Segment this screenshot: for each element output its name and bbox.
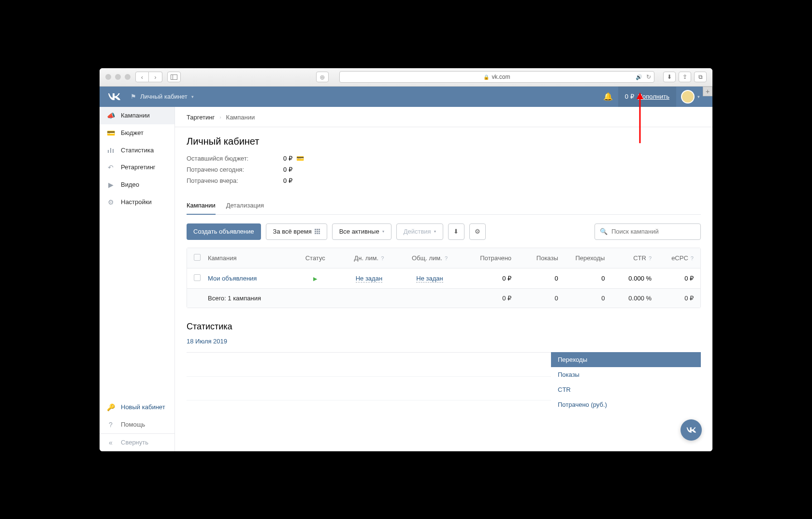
cell-ecpc: 0 ₽ <box>652 275 694 282</box>
download-icon: ⬇ <box>453 228 459 235</box>
help-icon: ? <box>689 255 694 261</box>
privacy-shield-button[interactable]: ◎ <box>316 72 329 82</box>
sidebar-item-settings[interactable]: ⚙ Настройки <box>100 193 174 211</box>
page-title: Личный кабинет <box>187 136 701 147</box>
svg-rect-3 <box>110 148 111 153</box>
search-input[interactable] <box>611 228 696 235</box>
url-text: vk.com <box>492 74 510 80</box>
daily-limit-link[interactable]: Не задан <box>356 275 382 282</box>
wallet-icon: 💳 <box>106 129 115 137</box>
sidebar-help[interactable]: ? Помощь <box>100 416 174 433</box>
back-button[interactable]: ‹ <box>135 72 149 82</box>
legend-clicks[interactable]: Переходы <box>551 352 701 367</box>
sidebar-item-budget[interactable]: 💳 Бюджет <box>100 124 174 142</box>
gear-icon: ⚙ <box>106 198 115 206</box>
cell-spent: 0 ₽ <box>460 275 511 282</box>
chart-icon <box>106 147 115 153</box>
legend-impressions[interactable]: Показы <box>551 367 701 382</box>
profile-menu[interactable]: ▾ <box>676 87 705 107</box>
status-filter[interactable]: Все активные ▾ <box>332 223 392 240</box>
actions-dropdown[interactable]: Действия ▾ <box>396 223 443 240</box>
video-icon: ▶ <box>106 181 115 189</box>
sidebar-item-label: Помощь <box>121 421 145 428</box>
search-campaigns[interactable]: 🔍 <box>594 223 701 240</box>
campaign-link[interactable]: Мои объявления <box>208 275 257 282</box>
period-selector[interactable]: За всё время <box>266 223 327 240</box>
remaining-budget-label: Оставшийся бюджет: <box>187 155 283 162</box>
sound-icon[interactable]: 🔊 <box>636 74 642 80</box>
sidebar-item-retargeting[interactable]: ↶ Ретаргетинг <box>100 159 174 176</box>
calendar-icon <box>315 229 320 234</box>
stats-title: Статистика <box>187 322 701 332</box>
key-icon: 🔑 <box>106 403 115 411</box>
th-campaign[interactable]: Кампания <box>208 254 292 262</box>
cell-impressions: 0 <box>511 275 558 282</box>
th-spent[interactable]: Потрачено <box>460 254 511 262</box>
footer-ctr: 0.000 % <box>605 295 652 302</box>
notifications-button[interactable]: 🔔 <box>598 87 618 107</box>
th-clicks[interactable]: Переходы <box>558 254 605 262</box>
lock-icon: 🔒 <box>483 74 489 80</box>
traffic-lights[interactable] <box>105 74 130 80</box>
forward-button[interactable]: › <box>149 72 162 82</box>
sidebar-collapse[interactable]: « Свернуть <box>100 433 174 451</box>
breadcrumb-root[interactable]: Таргетинг <box>187 114 215 121</box>
footer-total-label: Всего: 1 кампания <box>208 295 292 302</box>
sidebar-item-label: Новый кабинет <box>121 403 165 411</box>
create-ad-button[interactable]: Создать объявление <box>187 223 261 240</box>
chevron-down-icon: ▾ <box>382 229 384 234</box>
th-status[interactable]: Статус <box>292 254 339 262</box>
svg-rect-4 <box>113 149 114 153</box>
safari-sidebar-button[interactable] <box>167 72 181 82</box>
th-ctr[interactable]: CTR ? <box>605 254 652 262</box>
row-checkbox[interactable] <box>194 274 201 281</box>
legend-spent[interactable]: Потрачено (руб.) <box>551 397 701 412</box>
budget-summary: Оставшийся бюджет: 0 ₽ 💳 Потрачено сегод… <box>187 155 701 184</box>
th-total-limit[interactable]: Общ. лим. ? <box>399 254 460 262</box>
legend-ctr[interactable]: CTR <box>551 382 701 397</box>
vk-header: ⚑ Личный кабинет ▾ 🔔 0 ₽ Пополнить ▾ <box>100 87 712 107</box>
vk-logo[interactable] <box>107 92 121 101</box>
toolbar: Создать объявление За всё время Все акти… <box>187 223 701 240</box>
browser-window: ‹ › ◎ 🔒 vk.com 🔊 ↻ ⬇ ⇪ ⧉ + ⚑ Личный каби… <box>100 68 712 451</box>
reload-icon[interactable]: ↻ <box>646 74 651 80</box>
play-icon[interactable]: ▶ <box>313 276 317 282</box>
spent-today-value: 0 ₽ <box>283 166 292 173</box>
stats-legend: Переходы Показы CTR Потрачено (руб.) <box>551 352 701 425</box>
vk-chat-button[interactable] <box>681 419 702 441</box>
search-icon: 🔍 <box>600 228 608 235</box>
cabinet-label: Личный кабинет <box>140 93 188 100</box>
sidebar-item-video[interactable]: ▶ Видео <box>100 176 174 193</box>
share-button[interactable]: ⇪ <box>679 72 691 82</box>
cell-clicks: 0 <box>558 275 605 282</box>
total-limit-link[interactable]: Не задан <box>416 275 443 282</box>
spent-yesterday-value: 0 ₽ <box>283 177 292 184</box>
sidebar-item-label: Видео <box>121 181 139 188</box>
th-ecpc[interactable]: eCPC ? <box>652 254 694 262</box>
settings-button[interactable]: ⚙ <box>469 223 486 240</box>
sidebar-item-label: Кампании <box>121 112 150 119</box>
downloads-button[interactable]: ⬇ <box>663 72 676 82</box>
topup-link[interactable]: Пополнить <box>638 93 669 100</box>
stats-date[interactable]: 18 Июля 2019 <box>187 338 227 345</box>
help-icon: ? <box>106 421 115 429</box>
tab-campaigns[interactable]: Кампании <box>187 197 216 215</box>
sidebar-item-campaigns[interactable]: 📣 Кампании <box>100 107 174 124</box>
select-all-checkbox[interactable] <box>194 254 201 261</box>
footer-spent: 0 ₽ <box>460 295 511 302</box>
new-tab-button[interactable]: + <box>703 87 712 96</box>
chevron-down-icon: ▾ <box>191 94 194 99</box>
cabinet-selector[interactable]: ⚑ Личный кабинет ▾ <box>130 93 194 100</box>
download-button[interactable]: ⬇ <box>448 223 464 240</box>
address-bar[interactable]: 🔒 vk.com 🔊 ↻ <box>339 71 654 83</box>
th-impressions[interactable]: Показы <box>511 254 558 262</box>
tab-details[interactable]: Детализация <box>226 197 264 215</box>
sidebar-new-cabinet[interactable]: 🔑 Новый кабинет <box>100 399 174 416</box>
sidebar-item-label: Настройки <box>121 198 152 206</box>
th-daily-limit[interactable]: Дн. лим. ? <box>339 254 400 262</box>
wallet-icon[interactable]: 💳 <box>296 155 304 162</box>
breadcrumb: Таргетинг › Кампании <box>175 107 712 127</box>
sidebar-item-statistics[interactable]: Статистика <box>100 142 174 159</box>
undo-icon: ↶ <box>106 163 115 171</box>
tabs-button[interactable]: ⧉ <box>694 72 707 82</box>
